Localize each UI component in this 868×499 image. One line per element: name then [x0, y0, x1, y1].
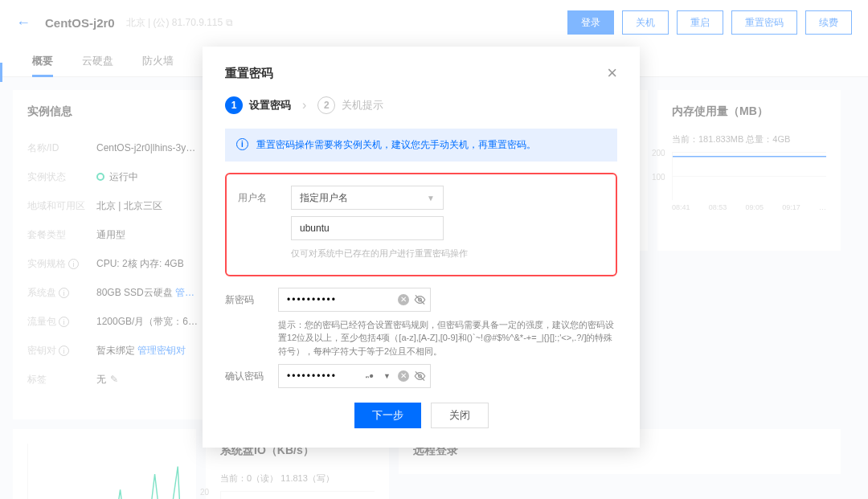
- caret-down-icon[interactable]: ▼: [381, 370, 393, 382]
- clear-input-icon[interactable]: ✕: [398, 370, 409, 382]
- notice-banner: i 重置密码操作需要将实例关机，建议您先手动关机，再重置密码。: [225, 129, 617, 162]
- info-icon: i: [236, 138, 248, 150]
- eye-off-icon[interactable]: [414, 370, 426, 382]
- key-icon[interactable]: [364, 370, 376, 382]
- username-label: 用户名: [238, 186, 291, 205]
- username-section-highlight: 用户名 指定用户名 ▼ 仅可对系统中已存在的用户进行重置密码操作: [225, 173, 617, 276]
- username-mode-value: 指定用户名: [300, 191, 348, 205]
- modal-title: 重置密码: [225, 66, 273, 81]
- close-button[interactable]: 关闭: [431, 403, 489, 428]
- step-2-label: 关机提示: [342, 98, 383, 112]
- step-1-number: 1: [225, 96, 243, 114]
- clear-input-icon[interactable]: ✕: [398, 294, 409, 305]
- chevron-right-icon: ›: [302, 98, 306, 112]
- next-button[interactable]: 下一步: [354, 403, 421, 428]
- step-2-number: 2: [317, 96, 335, 114]
- confirm-password-label: 确认密码: [225, 364, 278, 383]
- eye-off-icon[interactable]: [414, 293, 426, 305]
- username-hint: 仅可对系统中已存在的用户进行重置密码操作: [291, 247, 604, 260]
- reset-password-modal: 重置密码 × 1 设置密码 › 2 关机提示 i 重置密码操作需要将实例关机，建…: [203, 47, 640, 448]
- close-icon[interactable]: ×: [607, 64, 617, 82]
- username-input[interactable]: [291, 216, 444, 240]
- step-indicator: 1 设置密码 › 2 关机提示: [225, 96, 617, 114]
- username-mode-select[interactable]: 指定用户名 ▼: [291, 186, 444, 210]
- new-password-label: 新密码: [225, 288, 278, 307]
- step-1-label: 设置密码: [249, 98, 291, 112]
- chevron-down-icon: ▼: [427, 194, 435, 202]
- new-password-hint: 提示：您的密码已经符合设置密码规则，但密码需要具备一定的强度，建议您的密码设置1…: [278, 318, 617, 358]
- notice-text: 重置密码操作需要将实例关机，建议您先手动关机，再重置密码。: [256, 138, 536, 152]
